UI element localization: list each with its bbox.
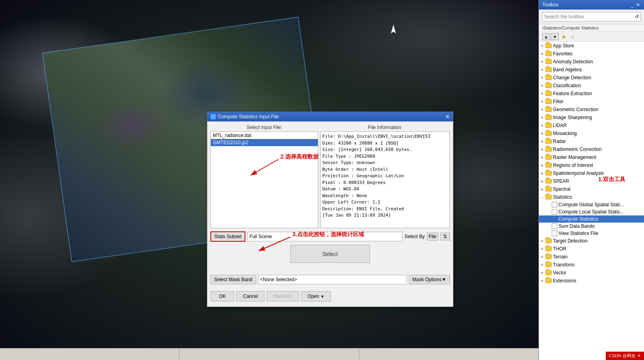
tree-item-filter[interactable]: + Filter [539,98,644,106]
expand-spatiotemporal-analysis: + [539,170,545,176]
mask-row: Select Mask Band Mask Options▼ [210,275,450,284]
open-button[interactable]: Open▼ [301,291,331,301]
tree-item-statistics[interactable]: - Statistics [539,193,644,201]
tree-label-spatiotemporal-analysis: Spatiotemporal Analysis [553,170,644,176]
tree-item-transform[interactable]: + Transform [539,261,644,269]
tree-item-radiometric-correction[interactable]: + Radiometric Correction [539,145,644,153]
file-list[interactable]: MTL_radiance.dat GMTED2010.jp2 [210,131,318,228]
file-info-projection: Projection : Geographic Lat/Lon [322,173,448,180]
toolbox-search-input[interactable] [543,14,633,20]
tree-item-app-store[interactable]: + App Store [539,42,644,50]
star-active-button[interactable]: ★ [560,33,568,40]
expand-favorites: + [539,51,545,57]
tree-label-anomaly-detection: Anomaly Detection [553,59,644,65]
select-by-field[interactable]: File [427,233,438,241]
tree-item-classification[interactable]: + Classification [539,82,644,90]
toolbox-titlebar-buttons: _ ✕ [630,2,641,8]
tree-item-compute-statistics[interactable]: Compute Statistics [539,215,644,223]
tree-item-raster-management[interactable]: + Raster Management [539,153,644,161]
select-button[interactable]: Select [290,245,370,263]
file-info-datum: Datum : WGS-84 [322,186,448,193]
expand-terrain: + [539,254,545,260]
file-list-panel: Select Input File: MTL_radiance.dat GMTE… [210,125,318,228]
select-input-label: Select Input File: [210,125,318,130]
tree-item-target-detection[interactable]: + Target Detection [539,237,644,245]
expand-geometric-correction: + [539,106,545,113]
mask-options-button[interactable]: Mask Options▼ [409,275,450,284]
expand-transform: + [539,262,545,268]
cancel-button[interactable]: Cancel [236,291,265,301]
file-info-text: File: D:\App_Install\ENVI_location\ENVI5… [320,131,450,228]
folder-icon-extensions [545,278,552,283]
tree-item-thor[interactable]: + THOR [539,245,644,253]
tree-item-vector[interactable]: + Vector [539,269,644,277]
tree-item-compute-global-stats[interactable]: Compute Global Spatial Stati... [539,201,644,208]
tree-item-lidar[interactable]: + LiDAR [539,121,644,129]
main-area: N Compute Statistics Input File ✕ Select… [0,0,539,360]
toolbox-panel: Toolbox _ ✕ ↺ /Statistics/Compute Statis… [539,0,644,360]
file-info-pixel: Pixel : 0.008333 Degrees [322,180,448,186]
stats-subset-row: Stats Subset Select By File ⇅ [210,231,450,242]
tree-item-band-algebra[interactable]: + Band Algebra [539,66,644,74]
file-info-byte-order: Byte Order : Host (Intel) [322,166,448,173]
folder-icon-radar [545,139,552,144]
tree-item-regions-of-interest[interactable]: + Regions of Interest [539,161,644,169]
file-list-item[interactable]: MTL_radiance.dat [211,132,318,139]
expand-statistics: - [539,194,545,200]
taskbar-segment-1 [0,348,179,360]
expand-thor: + [539,246,545,252]
tree-item-spear[interactable]: + SPEAR [539,177,644,185]
tree-item-compute-local-stats[interactable]: Compute Local Spatial Statis... [539,208,644,215]
toolbox-minimize-button[interactable]: _ [630,2,634,8]
tree-item-spatiotemporal-analysis[interactable]: + Spatiotemporal Analysis [539,169,644,177]
stats-subset-value[interactable] [247,232,403,241]
mask-band-field[interactable] [258,275,407,284]
previous-button[interactable]: Previous [267,291,299,301]
tree-item-terrain[interactable]: + Terrain [539,253,644,261]
folder-icon-thor [545,247,552,251]
stats-subset-button[interactable]: Stats Subset [210,231,245,242]
tree-label-compute-local-stats: Compute Local Spatial Statis... [558,209,644,215]
tree-item-change-detection[interactable]: + Change Detection [539,74,644,82]
tree-item-spectral[interactable]: + Spectral [539,185,644,193]
tree-label-filter: Filter [553,99,644,104]
tree-item-extensions[interactable]: + Extensions [539,277,644,285]
expand-regions-of-interest: + [539,162,545,168]
ok-button[interactable]: OK [210,291,234,301]
toolbox-tree: + App Store + Favorites + Anomaly Detect… [539,42,644,360]
folder-icon-spear [545,179,552,184]
nav-down-button[interactable]: ▼ [551,33,559,40]
tree-label-feature-extraction: Feature Extraction [553,91,644,96]
expand-band-algebra: + [539,67,545,73]
leaf-icon-compute-global-stats [552,202,557,207]
tree-item-view-statistics-file[interactable]: View Statistics File [539,230,644,237]
tree-item-sum-data-bands[interactable]: Sum Data Bands [539,223,644,230]
star-inactive-button[interactable]: ★ [568,33,576,40]
file-panels: Select Input File: MTL_radiance.dat GMTE… [210,125,450,228]
tree-label-terrain: Terrain [553,254,644,260]
expand-lidar: + [539,122,545,129]
tree-item-feature-extraction[interactable]: + Feature Extraction [539,90,644,98]
leaf-icon-compute-local-stats [552,209,557,215]
sort-button[interactable]: ⇅ [440,233,450,241]
dialog-close-button[interactable]: ✕ [445,114,450,119]
folder-icon-band-algebra [545,67,552,72]
nav-up-button[interactable]: ▲ [542,33,550,40]
folder-icon-regions-of-interest [545,163,552,168]
search-refresh-button[interactable]: ↺ [633,14,640,20]
expand-change-detection: + [539,74,545,81]
tree-item-anomaly-detection[interactable]: + Anomaly Detection [539,58,644,66]
tree-label-app-store: App Store [553,43,644,49]
toolbox-close-button[interactable]: ✕ [635,2,641,8]
csdn-close-button[interactable]: ✕ [637,353,641,358]
tree-item-favorites[interactable]: + Favorites [539,50,644,58]
folder-icon-image-sharpening [545,115,552,120]
select-mask-band-button[interactable]: Select Mask Band [210,275,256,284]
tree-label-compute-statistics: Compute Statistics [558,216,644,222]
tree-item-image-sharpening[interactable]: + Image Sharpening [539,113,644,121]
tree-item-mosaicking[interactable]: + Mosaicking [539,129,644,137]
tree-item-radar[interactable]: + Radar [539,137,644,145]
tree-item-geometric-correction[interactable]: + Geometric Correction [539,106,644,113]
file-list-item-selected[interactable]: GMTED2010.jp2 [211,139,318,146]
folder-icon-anomaly-detection [545,59,552,64]
